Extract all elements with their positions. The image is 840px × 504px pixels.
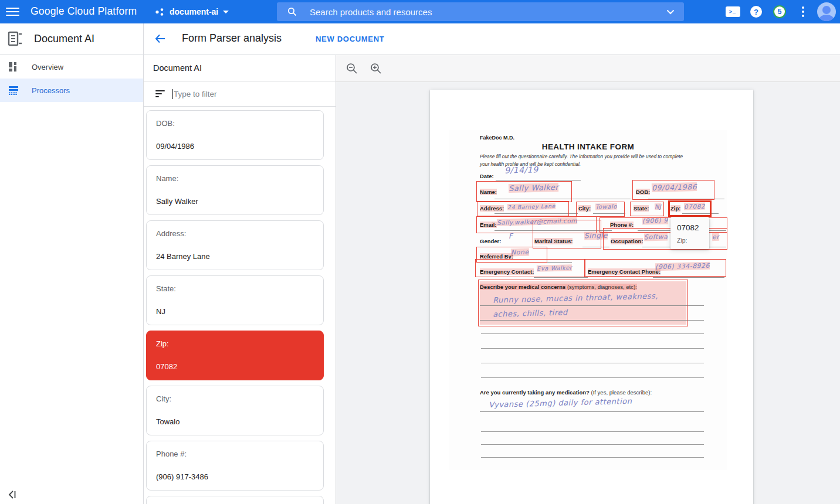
tooltip-value: 07082 [677, 223, 703, 232]
project-caret-icon [223, 11, 229, 13]
viewer-canvas[interactable]: FakeDoc M.D. HEALTH INTAKE FORM Please f… [336, 82, 840, 504]
gender-label: Gender: [480, 238, 501, 244]
field-tooltip: 07082 Zip: [670, 217, 709, 249]
kebab-menu-icon [802, 6, 804, 17]
field-card-city[interactable]: City: Towalo [146, 386, 324, 435]
annotation-box-state[interactable] [630, 202, 664, 216]
text-cursor [172, 89, 173, 99]
sidebar-item-overview[interactable]: Overview [0, 55, 143, 79]
project-selector[interactable]: document-ai [155, 0, 229, 23]
zoom-out-button[interactable] [346, 63, 358, 74]
annotation-box-zip-selected[interactable] [668, 200, 712, 217]
annotation-box-address[interactable] [477, 201, 569, 216]
viewer-toolbar [336, 55, 840, 82]
annotation-box-name[interactable] [476, 181, 572, 202]
field-card-name[interactable]: Name: Sally Walker [146, 165, 324, 215]
processors-icon [8, 86, 19, 95]
page-title: Form Parser analysis [182, 32, 282, 45]
gcp-logo[interactable]: Google Cloud Platform [31, 5, 137, 18]
date-label: Date: [480, 173, 494, 179]
extraction-panel: Document AI DOB: 09/04/1986 Name: Sally … [144, 55, 336, 504]
zoom-in-button[interactable] [370, 63, 382, 74]
document-page[interactable]: FakeDoc M.D. HEALTH INTAKE FORM Please f… [430, 90, 753, 504]
help-button[interactable]: ? [750, 0, 762, 23]
more-options-button[interactable] [799, 0, 807, 23]
annotation-box-emergency-contact[interactable] [475, 259, 585, 277]
collapse-sidebar-button[interactable] [8, 490, 17, 502]
field-card-dob[interactable]: DOB: 09/04/1986 [146, 110, 324, 160]
back-button[interactable] [154, 33, 166, 47]
search-chevron-down-icon[interactable] [666, 9, 675, 15]
field-card-partial[interactable] [146, 496, 324, 504]
new-document-button[interactable]: NEW DOCUMENT [316, 35, 384, 43]
app-header-section: Document AI [0, 23, 144, 55]
medication-label: Are you currently taking any medication?… [480, 389, 652, 396]
account-button[interactable] [817, 0, 836, 23]
panel-header: Document AI [144, 55, 336, 81]
notifications-button[interactable]: 5 [773, 0, 786, 23]
annotation-box-concerns[interactable] [478, 280, 688, 326]
page-header: Document AI Form Parser analysis NEW DOC… [0, 23, 840, 55]
help-icon: ? [750, 6, 762, 18]
field-card-zip-selected[interactable]: Zip: 07082 [146, 331, 324, 380]
gender-handwriting: F [509, 232, 513, 240]
annotation-box-emergency-phone[interactable] [585, 259, 726, 277]
avatar [817, 2, 836, 21]
top-app-bar: Google Cloud Platform document-ai >_ ? 5 [0, 0, 840, 23]
annotation-box-dob[interactable] [632, 180, 714, 200]
project-name: document-ai [170, 7, 218, 16]
document-viewer: FakeDoc M.D. HEALTH INTAKE FORM Please f… [336, 55, 840, 504]
form-instructions-1: Please fill out the questionnaire carefu… [480, 154, 683, 159]
notification-badge: 5 [773, 5, 786, 18]
project-icon [155, 7, 165, 17]
search-icon [287, 7, 297, 16]
document-ai-icon [8, 31, 22, 47]
sidebar-item-label: Overview [32, 63, 63, 71]
search-input[interactable] [310, 2, 638, 21]
field-card-list: DOB: 09/04/1986 Name: Sally Walker Addre… [144, 107, 336, 504]
annotation-box-marital-status[interactable] [533, 220, 601, 248]
field-card-address[interactable]: Address: 24 Barney Lane [146, 220, 324, 270]
app-title: Document AI [34, 33, 94, 45]
tooltip-label: Zip: [677, 237, 703, 244]
filter-icon [155, 88, 165, 99]
overview-icon [8, 62, 19, 72]
annotation-box-city[interactable] [576, 202, 625, 217]
sidebar-item-label: Processors [32, 86, 70, 95]
filter-bar[interactable] [144, 81, 336, 107]
global-search[interactable] [277, 2, 684, 21]
field-card-phone[interactable]: Phone #: (906) 917-3486 [146, 441, 324, 491]
filter-input[interactable] [174, 90, 309, 98]
field-card-state[interactable]: State: NJ [146, 275, 324, 325]
sidebar-item-processors[interactable]: Processors [0, 79, 143, 102]
panel-title: Document AI [153, 63, 202, 73]
clinic-name: FakeDoc M.D. [480, 135, 514, 141]
sidebar-nav: Overview Processors [0, 55, 144, 504]
cloud-shell-button[interactable]: >_ [725, 0, 740, 23]
cloud-shell-icon: >_ [726, 6, 740, 17]
menu-icon[interactable] [6, 5, 19, 18]
form-title: HEALTH INTAKE FORM [449, 142, 727, 151]
health-intake-form: FakeDoc M.D. HEALTH INTAKE FORM Please f… [449, 130, 727, 470]
